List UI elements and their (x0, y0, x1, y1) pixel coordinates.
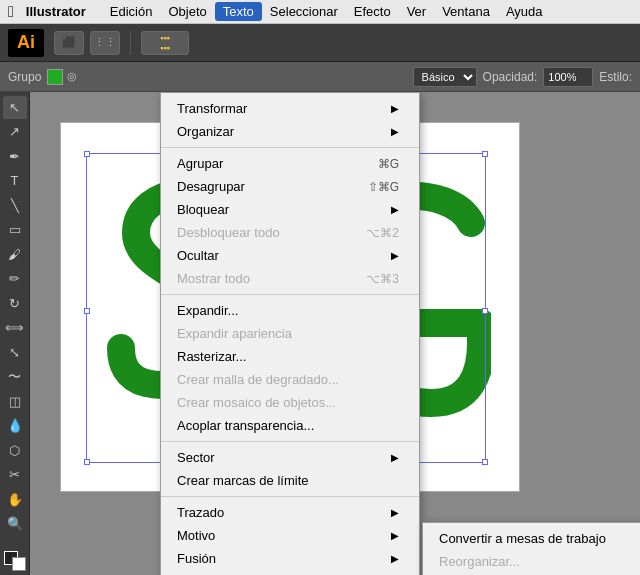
tool-select[interactable]: ↖ (3, 96, 27, 119)
mesas-submenu: Convertir a mesas de trabajo Reorganizar… (422, 522, 640, 575)
menu-expandir[interactable]: Expandir... (161, 299, 419, 322)
tool-zoom[interactable]: 🔍 (3, 513, 27, 536)
tool-paintbrush[interactable]: 🖌 (3, 243, 27, 266)
menu-motivo[interactable]: Motivo ▶ (161, 524, 419, 547)
tool-type[interactable]: T (3, 170, 27, 193)
ai-logo: Ai (8, 29, 44, 57)
tool-eyedropper[interactable]: 💧 (3, 415, 27, 438)
submenu-reorganizar[interactable]: Reorganizar... (423, 550, 640, 573)
target-icon: ◎ (67, 70, 77, 83)
main-area: ↖ ↗ ✒ T ╲ ▭ 🖌 ✏ ↻ ⟺ ⤡ 〜 ◫ 💧 ⬡ ✂ ✋ 🔍 (0, 92, 640, 575)
menu-sector[interactable]: Sector ▶ (161, 446, 419, 469)
fill-stroke[interactable] (4, 551, 26, 572)
tool-line[interactable]: ╲ (3, 194, 27, 217)
arrow-icon: ▶ (391, 553, 399, 564)
menu-objeto[interactable]: Texto (215, 2, 262, 21)
menu-desbloquear[interactable]: Desbloquear todo ⌥⌘2 (161, 221, 419, 244)
tool-blend[interactable]: ⬡ (3, 439, 27, 462)
menu-texto[interactable]: Seleccionar (262, 2, 346, 21)
tool-gradient[interactable]: ◫ (3, 390, 27, 413)
menu-distorsion[interactable]: Distorsión de envolvente ▶ (161, 570, 419, 575)
menu-acoplar[interactable]: Acoplar transparencia... (161, 414, 419, 437)
menu-edicion[interactable]: Objeto (160, 2, 214, 21)
menu-efecto[interactable]: Ver (399, 2, 435, 21)
tool-hand[interactable]: ✋ (3, 488, 27, 511)
tool-rotate[interactable]: ↻ (3, 292, 27, 315)
menu-trazado[interactable]: Trazado ▶ (161, 501, 419, 524)
arrow-icon: ▶ (391, 103, 399, 114)
tool-mirror[interactable]: ⟺ (3, 317, 27, 340)
objeto-dropdown: Transformar ▶ Organizar ▶ Agrupar ⌘G Des… (160, 92, 420, 575)
menu-ver[interactable]: Ventana (434, 2, 498, 21)
toolbar-icon-2[interactable]: ⋮⋮ (90, 31, 120, 55)
menu-mostrar[interactable]: Mostrar todo ⌥⌘3 (161, 267, 419, 290)
sep1 (161, 147, 419, 148)
tool-pen[interactable]: ✒ (3, 145, 27, 168)
tool-scissors[interactable]: ✂ (3, 464, 27, 487)
secondary-toolbar: Grupo ◎ Básico Opacidad: Estilo: (0, 62, 640, 92)
sep3 (161, 441, 419, 442)
app-name[interactable]: Illustrator (26, 4, 86, 19)
toolbar-icon-3[interactable]: ▪▪▪▪▪▪ (141, 31, 189, 55)
style-label: Estilo: (599, 70, 632, 84)
menu-transformar[interactable]: Transformar ▶ (161, 97, 419, 120)
menu-rasterizar[interactable]: Rasterizar... (161, 345, 419, 368)
main-toolbar: Ai ⬛ ⋮⋮ ▪▪▪▪▪▪ (0, 24, 640, 62)
menu-agrupar[interactable]: Agrupar ⌘G (161, 152, 419, 175)
menu-mosaico[interactable]: Crear mosaico de objetos... (161, 391, 419, 414)
menu-malla[interactable]: Crear malla de degradado... (161, 368, 419, 391)
canvas-area[interactable]: Transformar ▶ Organizar ▶ Agrupar ⌘G Des… (30, 92, 640, 575)
arrow-icon: ▶ (391, 126, 399, 137)
menu-ayuda[interactable] (551, 10, 567, 14)
sec-right: Básico Opacidad: Estilo: (413, 67, 632, 87)
submenu-convertir[interactable]: Convertir a mesas de trabajo (423, 527, 640, 550)
menu-organizar[interactable]: Organizar ▶ (161, 120, 419, 143)
toolbar-icon-1[interactable]: ⬛ (54, 31, 84, 55)
arrow-icon: ▶ (391, 250, 399, 261)
apple-menu[interactable]:  (8, 3, 14, 21)
menu-seleccionar[interactable]: Efecto (346, 2, 399, 21)
group-label: Grupo (8, 70, 41, 84)
mode-select[interactable]: Básico (413, 67, 477, 87)
menu-archivo[interactable]: Edición (102, 2, 161, 21)
tool-warp[interactable]: 〜 (3, 366, 27, 389)
arrow-icon: ▶ (391, 452, 399, 463)
menu-expandir-apariencia[interactable]: Expandir apariencia (161, 322, 419, 345)
sep2 (161, 294, 419, 295)
menu-fusion[interactable]: Fusión ▶ (161, 547, 419, 570)
menu-bloquear[interactable]: Bloquear ▶ (161, 198, 419, 221)
opacity-input[interactable] (543, 67, 593, 87)
menu-marcas[interactable]: Crear marcas de límite (161, 469, 419, 492)
tool-rect[interactable]: ▭ (3, 219, 27, 242)
sep4 (161, 496, 419, 497)
tool-scale[interactable]: ⤡ (3, 341, 27, 364)
menu-ventana[interactable]: Ayuda (498, 2, 551, 21)
toolbar-sep-1 (130, 31, 131, 55)
tools-panel: ↖ ↗ ✒ T ╲ ▭ 🖌 ✏ ↻ ⟺ ⤡ 〜 ◫ 💧 ⬡ ✂ ✋ 🔍 (0, 92, 30, 575)
opacity-label: Opacidad: (483, 70, 538, 84)
color-swatch[interactable] (47, 69, 63, 85)
tool-pencil[interactable]: ✏ (3, 268, 27, 291)
menu-ocultar[interactable]: Ocultar ▶ (161, 244, 419, 267)
menu-bar:  Illustrator Edición Objeto Texto Selec… (0, 0, 640, 24)
arrow-icon: ▶ (391, 507, 399, 518)
menu-desagrupar[interactable]: Desagrupar ⇧⌘G (161, 175, 419, 198)
color-box: ◎ (47, 69, 77, 85)
arrow-icon: ▶ (391, 530, 399, 541)
arrow-icon: ▶ (391, 204, 399, 215)
objeto-menu: Transformar ▶ Organizar ▶ Agrupar ⌘G Des… (160, 92, 420, 575)
tool-direct-select[interactable]: ↗ (3, 121, 27, 144)
